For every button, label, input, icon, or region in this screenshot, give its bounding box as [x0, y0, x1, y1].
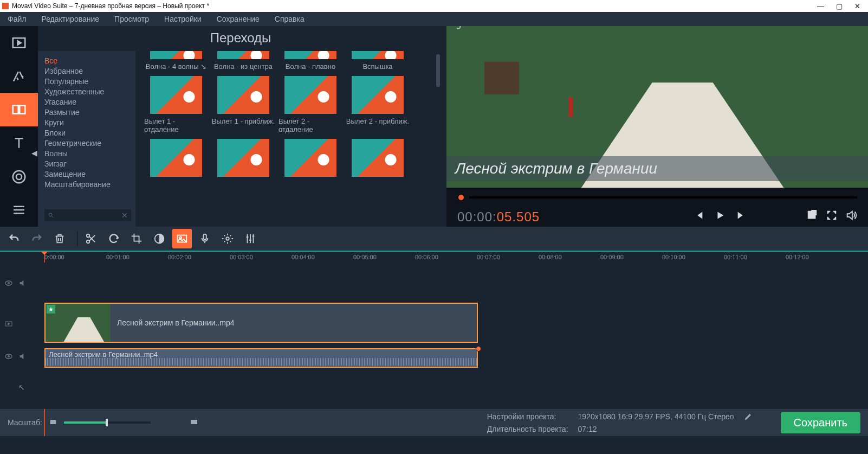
- menu-item[interactable]: Настройки: [164, 15, 202, 23]
- undo-button[interactable]: [4, 229, 24, 248]
- eye-icon[interactable]: [4, 352, 13, 363]
- svg-rect-12: [203, 234, 206, 240]
- category-item[interactable]: Популярные: [44, 77, 131, 86]
- rotate-button[interactable]: [104, 229, 124, 248]
- ruler-mark: 00:11:00: [724, 254, 747, 260]
- svg-rect-2: [20, 106, 25, 114]
- category-item[interactable]: Избранное: [44, 67, 131, 75]
- menu-item[interactable]: Редактирование: [41, 15, 99, 23]
- equalizer-button[interactable]: [241, 229, 260, 248]
- menu-item[interactable]: Просмотр: [114, 15, 149, 23]
- clip-end-handle[interactable]: [476, 346, 481, 351]
- zoom-fit-icon[interactable]: [49, 418, 57, 428]
- next-frame-button[interactable]: [736, 209, 748, 225]
- category-item[interactable]: Круги: [44, 118, 131, 127]
- edit-settings-icon[interactable]: [744, 412, 753, 423]
- status-bar: Масштаб: Настройки проекта: 1920x1080 16…: [0, 409, 868, 436]
- category-item[interactable]: Угасание: [44, 98, 131, 106]
- transition-thumb[interactable]: Волна - из центра: [211, 51, 275, 71]
- gallery-panel: Переходы ◀ ВсеИзбранноеПопулярныеХудожес…: [38, 26, 443, 227]
- project-info: Настройки проекта: 1920x1080 16:9 29.97 …: [487, 412, 753, 433]
- rail-more-icon[interactable]: [0, 193, 38, 227]
- eye-icon[interactable]: [4, 279, 13, 290]
- rail-stickers-icon[interactable]: [0, 160, 38, 194]
- svg-point-4: [16, 174, 22, 180]
- audio-clip[interactable]: Лесной экстрим в Германии..mp4: [44, 348, 478, 368]
- ruler-mark: 00:07:00: [477, 254, 500, 260]
- category-item[interactable]: Все: [44, 56, 131, 65]
- ruler-mark: 00:10:00: [662, 254, 685, 260]
- menu-item[interactable]: Сохранение: [217, 15, 260, 23]
- category-item[interactable]: Геометрические: [44, 139, 131, 148]
- volume-button[interactable]: [845, 209, 857, 225]
- minimize-button[interactable]: —: [817, 2, 824, 10]
- menu-item[interactable]: Файл: [8, 15, 26, 23]
- ruler-mark: 00:08:00: [539, 254, 562, 260]
- timecode-prefix: 00:00:: [457, 209, 497, 225]
- speaker-icon[interactable]: [18, 352, 27, 363]
- gallery-title: Переходы: [38, 26, 443, 51]
- save-button[interactable]: Сохранить: [781, 412, 860, 433]
- playhead-dot[interactable]: [457, 194, 465, 201]
- zoom-to-clip-icon[interactable]: [190, 418, 198, 428]
- redo-button[interactable]: [27, 229, 47, 248]
- menu-item[interactable]: Справка: [275, 15, 305, 23]
- clip-properties-button[interactable]: [218, 229, 237, 248]
- zoom-slider[interactable]: [64, 421, 151, 424]
- svg-point-3: [13, 170, 25, 183]
- rail-filters-icon[interactable]: [0, 60, 38, 93]
- ruler-mark: 00:09:00: [600, 254, 624, 260]
- speaker-icon[interactable]: [18, 279, 27, 290]
- ruler-mark: 00:05:00: [353, 254, 377, 260]
- record-audio-button[interactable]: [195, 229, 215, 248]
- timecode-value: 05.505: [497, 209, 540, 225]
- fullscreen-button[interactable]: [826, 209, 838, 225]
- transition-thumb[interactable]: Вылет 1 - отдаление: [144, 76, 208, 133]
- ruler-mark: 00:03:00: [230, 254, 253, 260]
- transition-thumb[interactable]: Вылет 2 - отдаление: [278, 76, 342, 133]
- transition-thumb[interactable]: [346, 139, 410, 180]
- settings-label: Настройки проекта:: [487, 412, 568, 423]
- transition-thumb[interactable]: Вспышка: [346, 51, 410, 71]
- maximize-button[interactable]: ▢: [836, 2, 843, 10]
- category-item[interactable]: Размытие: [44, 108, 131, 117]
- collapse-categories-icon[interactable]: ◀: [31, 149, 37, 157]
- category-item[interactable]: Зигзаг: [44, 159, 131, 168]
- video-track-icon[interactable]: [4, 319, 13, 330]
- category-item[interactable]: Замещение: [44, 170, 131, 178]
- settings-value: 1920x1080 16:9 29.97 FPS, 44100 Гц Стере…: [578, 412, 734, 423]
- audio-clip-label: Лесной экстрим в Германии..mp4: [49, 350, 158, 359]
- track-header-audio: [0, 349, 40, 366]
- category-item[interactable]: Художественные: [44, 87, 131, 96]
- category-search[interactable]: ✕: [44, 209, 131, 221]
- window-title-bar: Movavi Video Suite – 7-дневная пробная в…: [0, 0, 868, 12]
- track-header-titles: [0, 279, 40, 290]
- close-button[interactable]: ✕: [854, 2, 860, 10]
- transition-thumb[interactable]: [278, 139, 342, 180]
- category-item[interactable]: Волны: [44, 149, 131, 158]
- preview-canvas: JkFam Лесной экстрим в Германии: [446, 26, 868, 188]
- crop-button[interactable]: [127, 229, 146, 248]
- category-item[interactable]: Масштабирование: [44, 180, 131, 189]
- ruler-mark: 0:00:00: [44, 254, 64, 260]
- rail-transitions-icon[interactable]: [0, 93, 38, 126]
- delete-button[interactable]: [50, 229, 69, 248]
- detach-button[interactable]: [806, 209, 818, 225]
- transition-thumb[interactable]: Волна - плавно: [278, 51, 342, 71]
- prev-frame-button[interactable]: [692, 209, 704, 225]
- transition-thumb[interactable]: [211, 139, 275, 180]
- transition-thumb[interactable]: [144, 139, 208, 180]
- transition-thumb[interactable]: Вылет 2 - приближ.: [346, 76, 410, 133]
- transition-thumb[interactable]: Волна - 4 волны ↘: [144, 51, 208, 71]
- rail-import-icon[interactable]: [0, 26, 38, 60]
- scrollbar[interactable]: [436, 54, 440, 87]
- seek-bar[interactable]: [469, 196, 857, 199]
- split-button[interactable]: [81, 229, 101, 248]
- video-clip[interactable]: ★ Лесной экстрим в Германии..mp4: [44, 303, 478, 343]
- play-button[interactable]: [714, 209, 726, 225]
- picture-button[interactable]: [172, 229, 192, 248]
- category-item[interactable]: Блоки: [44, 129, 131, 137]
- transition-thumb[interactable]: Вылет 1 - приближ.: [211, 76, 275, 133]
- color-button[interactable]: [150, 229, 169, 248]
- preview-seek: [446, 188, 868, 207]
